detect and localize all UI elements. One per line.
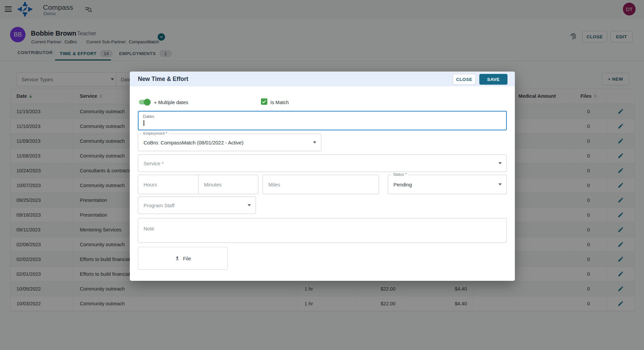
is-match-checkbox[interactable]: [261, 98, 267, 105]
chevron-down-icon: [498, 183, 502, 185]
chevron-down-icon: [313, 141, 316, 143]
multiple-dates-toggle[interactable]: [138, 99, 151, 105]
dates-label: Dates: [143, 114, 154, 119]
service-placeholder: Service *: [144, 161, 164, 166]
multiple-dates-label: + Multiple dates: [154, 100, 188, 105]
text-cursor: [144, 120, 144, 126]
status-value: Pending: [393, 182, 412, 187]
file-upload-button[interactable]: File: [138, 247, 228, 270]
employment-select[interactable]: Employment * CoBro: CompassMatch (08/01/…: [138, 134, 321, 151]
chevron-down-icon: [248, 204, 251, 206]
field-divider: [198, 175, 199, 194]
chevron-down-icon: [498, 162, 502, 164]
modal-header: New Time & Effort CLOSE SAVE: [130, 72, 515, 86]
is-match-label: Is Match: [270, 100, 289, 105]
hours-minutes-group: Hours Minutes: [138, 175, 258, 194]
employment-value: CoBro: CompassMatch (08/01/2022 - Active…: [144, 140, 244, 145]
modal-save-button[interactable]: SAVE: [479, 74, 507, 85]
employment-label: Employment *: [142, 131, 169, 135]
miles-input[interactable]: Miles: [263, 175, 379, 194]
status-label: Status *: [391, 172, 408, 176]
dates-input[interactable]: Dates: [138, 111, 507, 130]
hours-input[interactable]: Hours: [144, 182, 157, 187]
service-select[interactable]: Service *: [138, 155, 507, 172]
minutes-input[interactable]: Minutes: [204, 182, 222, 187]
note-textarea[interactable]: Note: [138, 218, 507, 243]
program-staff-select[interactable]: Program Staff: [138, 196, 256, 214]
modal-close-button[interactable]: CLOSE: [453, 74, 476, 85]
status-select[interactable]: Status * Pending: [388, 175, 507, 194]
file-button-label: File: [183, 256, 191, 261]
upload-icon: [174, 256, 180, 261]
new-time-effort-modal: New Time & Effort CLOSE SAVE + Multiple …: [130, 72, 515, 281]
modal-title: New Time & Effort: [138, 72, 188, 86]
